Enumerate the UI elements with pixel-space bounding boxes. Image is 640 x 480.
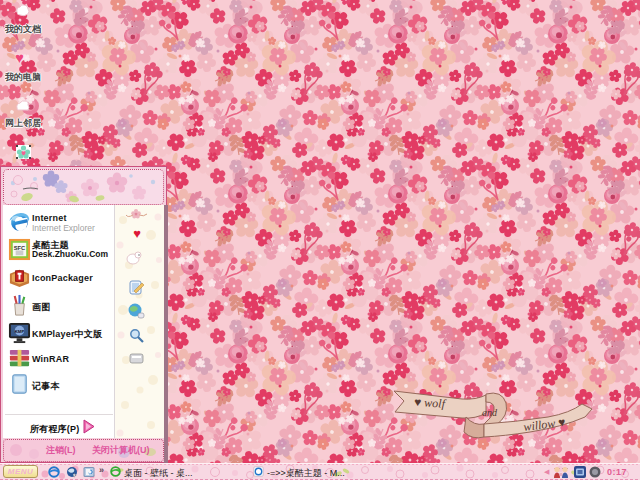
svg-text:♥: ♥ bbox=[133, 226, 141, 241]
svg-text:注销(L): 注销(L) bbox=[45, 445, 76, 455]
svg-text:SFC: SFC bbox=[14, 245, 26, 251]
svg-text:关闭计算机(U): 关闭计算机(U) bbox=[91, 445, 150, 455]
svg-text:KMP: KMP bbox=[15, 329, 25, 334]
svg-text:♥ wolf: ♥ wolf bbox=[414, 395, 447, 411]
svg-text:and: and bbox=[482, 407, 498, 418]
